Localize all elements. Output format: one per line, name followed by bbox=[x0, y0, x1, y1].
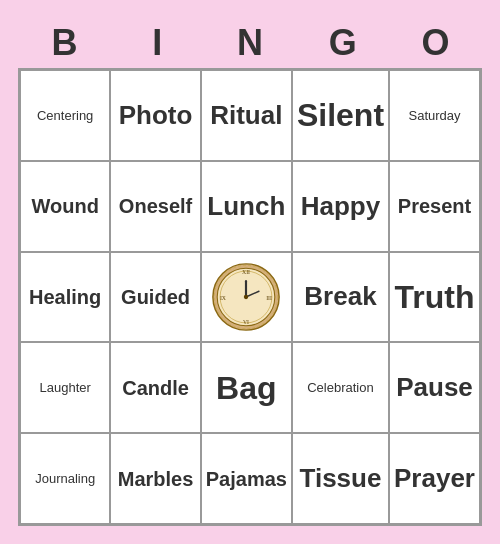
cell-1-4: Present bbox=[389, 161, 480, 252]
cell-2-1: Guided bbox=[110, 252, 200, 343]
cell-1-0: Wound bbox=[20, 161, 110, 252]
cell-3-1: Candle bbox=[110, 342, 200, 433]
cell-2-0: Healing bbox=[20, 252, 110, 343]
cell-4-1: Marbles bbox=[110, 433, 200, 524]
header-n: N bbox=[204, 18, 297, 68]
cell-0-3: Silent bbox=[292, 70, 389, 161]
cell-2-3: Break bbox=[292, 252, 389, 343]
bingo-header: B I N G O bbox=[18, 18, 482, 68]
header-b: B bbox=[18, 18, 111, 68]
cell-0-4: Saturday bbox=[389, 70, 480, 161]
cell-4-3: Tissue bbox=[292, 433, 389, 524]
header-o: O bbox=[389, 18, 482, 68]
bingo-card: B I N G O Centering Photo Ritual Silent … bbox=[10, 10, 490, 534]
header-i: I bbox=[111, 18, 204, 68]
bingo-grid: Centering Photo Ritual Silent Saturday W… bbox=[18, 68, 482, 526]
cell-4-2: Pajamas bbox=[201, 433, 292, 524]
svg-point-9 bbox=[244, 295, 248, 299]
cell-2-2-free: XII III VI IX bbox=[201, 252, 292, 343]
cell-4-4: Prayer bbox=[389, 433, 480, 524]
cell-4-0: Journaling bbox=[20, 433, 110, 524]
svg-text:XII: XII bbox=[242, 269, 250, 275]
svg-text:III: III bbox=[266, 295, 272, 301]
clock-icon: XII III VI IX bbox=[210, 261, 282, 333]
svg-text:VI: VI bbox=[243, 319, 249, 325]
cell-0-1: Photo bbox=[110, 70, 200, 161]
cell-0-0: Centering bbox=[20, 70, 110, 161]
cell-2-4: Truth bbox=[389, 252, 480, 343]
header-g: G bbox=[296, 18, 389, 68]
cell-1-1: Oneself bbox=[110, 161, 200, 252]
cell-3-0: Laughter bbox=[20, 342, 110, 433]
cell-3-4: Pause bbox=[389, 342, 480, 433]
cell-1-3: Happy bbox=[292, 161, 389, 252]
cell-1-2: Lunch bbox=[201, 161, 292, 252]
cell-3-2: Bag bbox=[201, 342, 292, 433]
svg-text:IX: IX bbox=[220, 295, 227, 301]
cell-0-2: Ritual bbox=[201, 70, 292, 161]
cell-3-3: Celebration bbox=[292, 342, 389, 433]
